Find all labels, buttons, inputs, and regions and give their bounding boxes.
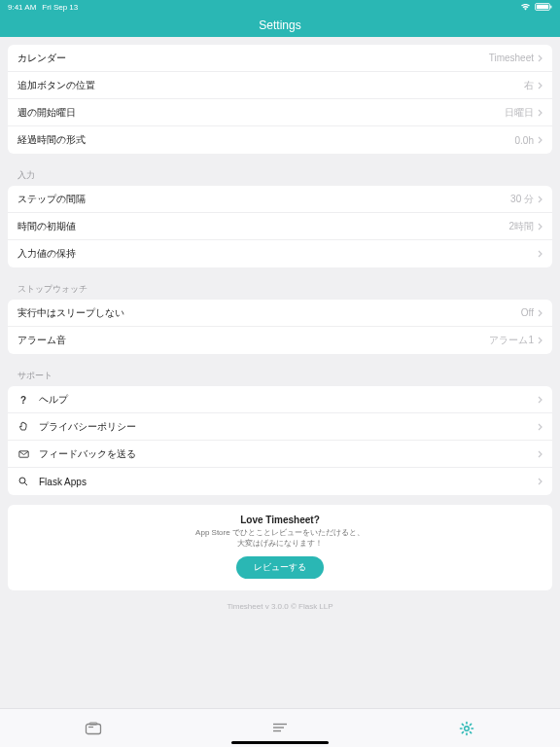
- svg-rect-2: [550, 6, 551, 9]
- home-indicator: [231, 741, 329, 744]
- row-value: アラーム1: [489, 334, 534, 347]
- row-label: Flask Apps: [39, 477, 87, 487]
- row-label: ヘルプ: [39, 393, 68, 407]
- row-value: 2時間: [508, 220, 534, 233]
- svg-text:?: ?: [20, 395, 26, 405]
- row-value: Timesheet: [489, 53, 534, 63]
- tab-list[interactable]: [187, 723, 373, 734]
- svg-rect-7: [86, 724, 100, 733]
- status-time: 9:41 AM: [8, 3, 36, 12]
- tab-timesheet[interactable]: [0, 722, 187, 735]
- chevron-right-icon: [538, 82, 542, 89]
- chevron-right-icon: [538, 309, 542, 317]
- chevron-right-icon: [538, 109, 542, 117]
- row-feedback[interactable]: フィードバックを送る: [8, 441, 552, 468]
- chevron-right-icon: [538, 196, 542, 203]
- row-label: フィードバックを送る: [39, 447, 136, 461]
- row-value: 30 分: [510, 193, 534, 206]
- mail-icon: [18, 450, 29, 458]
- row-label: 経過時間の形式: [18, 133, 86, 147]
- footer-text: Timesheet v 3.0.0 © Flask LLP: [8, 598, 552, 622]
- row-keep-input[interactable]: 入力値の保持: [8, 240, 552, 267]
- group-general: カレンダー Timesheet 追加ボタンの位置 右 週の開始曜日 日曜日 経過…: [8, 45, 552, 154]
- chevron-right-icon: [538, 54, 542, 62]
- wifi-icon: [520, 3, 531, 11]
- header: Settings: [0, 14, 560, 37]
- row-step-interval[interactable]: ステップの間隔 30 分: [8, 186, 552, 213]
- row-time-format[interactable]: 経過時間の形式 0.0h: [8, 126, 552, 154]
- row-value: 日曜日: [505, 106, 534, 120]
- review-button[interactable]: レビューする: [236, 556, 324, 579]
- row-label: プライバシーポリシー: [39, 420, 136, 434]
- chevron-right-icon: [538, 396, 542, 404]
- search-icon: [18, 477, 29, 486]
- row-label: 追加ボタンの位置: [18, 79, 95, 92]
- row-flask-apps[interactable]: Flask Apps: [8, 468, 552, 495]
- group-support: ? ヘルプ プライバシーポリシー フィードバックを送る Flask Apps: [8, 386, 552, 495]
- chevron-right-icon: [538, 450, 542, 458]
- page-title: Settings: [259, 18, 300, 32]
- chevron-right-icon: [538, 136, 542, 144]
- group-header-stopwatch: ストップウォッチ: [8, 277, 552, 300]
- settings-content: カレンダー Timesheet 追加ボタンの位置 右 週の開始曜日 日曜日 経過…: [0, 37, 560, 708]
- row-label: ステップの間隔: [18, 193, 86, 206]
- row-value: 右: [524, 79, 534, 92]
- status-bar: 9:41 AM Fri Sep 13: [0, 0, 560, 14]
- hand-icon: [18, 421, 29, 432]
- row-alarm-sound[interactable]: アラーム音 アラーム1: [8, 327, 552, 354]
- promo-text: App Store でひとことレビューをいただけると、 大変はげみになります！: [19, 527, 541, 549]
- svg-point-5: [19, 478, 25, 483]
- row-label: アラーム音: [18, 334, 66, 347]
- row-value: Off: [521, 307, 534, 318]
- row-help[interactable]: ? ヘルプ: [8, 386, 552, 413]
- row-add-button-position[interactable]: 追加ボタンの位置 右: [8, 72, 552, 99]
- help-icon: ?: [18, 395, 29, 405]
- row-no-sleep[interactable]: 実行中はスリープしない Off: [8, 300, 552, 327]
- row-label: カレンダー: [18, 52, 66, 65]
- promo-title: Love Timesheet?: [19, 515, 541, 525]
- row-value: 0.0h: [515, 135, 534, 146]
- chevron-right-icon: [538, 337, 542, 344]
- svg-rect-1: [537, 5, 548, 9]
- row-label: 週の開始曜日: [18, 106, 76, 120]
- svg-line-6: [24, 482, 27, 485]
- promo-card: Love Timesheet? App Store でひとことレビューをいただけ…: [8, 505, 552, 590]
- row-week-start[interactable]: 週の開始曜日 日曜日: [8, 99, 552, 126]
- tab-bar: [0, 708, 560, 747]
- tab-settings[interactable]: [373, 721, 560, 736]
- status-date: Fri Sep 13: [42, 3, 78, 12]
- chevron-right-icon: [538, 478, 542, 485]
- group-stopwatch: 実行中はスリープしない Off アラーム音 アラーム1: [8, 300, 552, 354]
- group-input: ステップの間隔 30 分 時間の初期値 2時間 入力値の保持: [8, 186, 552, 267]
- group-header-support: サポート: [8, 364, 552, 386]
- row-label: 時間の初期値: [18, 220, 76, 233]
- row-label: 実行中はスリープしない: [18, 306, 124, 320]
- chevron-right-icon: [538, 423, 542, 431]
- svg-point-13: [465, 726, 470, 730]
- row-privacy[interactable]: プライバシーポリシー: [8, 413, 552, 441]
- chevron-right-icon: [538, 250, 542, 258]
- row-time-default[interactable]: 時間の初期値 2時間: [8, 213, 552, 240]
- battery-icon: [535, 3, 552, 11]
- row-label: 入力値の保持: [18, 247, 76, 261]
- group-header-input: 入力: [8, 163, 552, 186]
- chevron-right-icon: [538, 223, 542, 231]
- row-calendar[interactable]: カレンダー Timesheet: [8, 45, 552, 72]
